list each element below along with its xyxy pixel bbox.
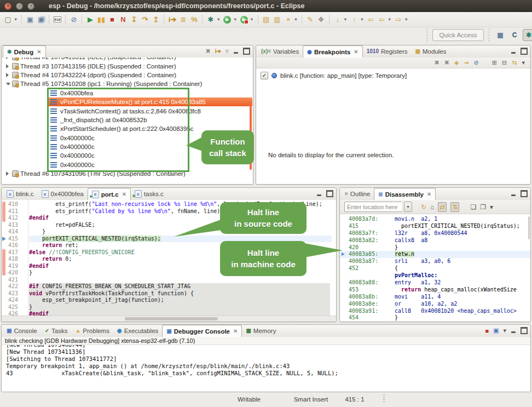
remove-all-terminated-icon[interactable]: ✖ — [205, 48, 210, 55]
debug-dropdown-icon[interactable]: ▼ — [216, 17, 220, 22]
maximize-icon[interactable] — [521, 48, 528, 55]
tab-tasks-c[interactable]: c▸tasks.c — [131, 188, 167, 200]
debug-perspective-button[interactable]: ✱ — [523, 29, 532, 41]
view-menu-icon[interactable]: ▽ — [225, 49, 229, 54]
open-element-button[interactable]: ▥ — [272, 14, 282, 25]
maximize-icon[interactable] — [243, 48, 250, 55]
twisty-icon[interactable] — [6, 64, 9, 68]
c-cpp-perspective-button[interactable]: C — [508, 29, 521, 41]
disasm-line[interactable]: 454} — [340, 314, 530, 322]
breakpoint-row[interactable]: ✓ blink.c [function: app_main] [type: Te… — [256, 68, 530, 79]
save-button[interactable]: ▣ — [25, 14, 35, 25]
tab-debug[interactable]: ✱Debug✕ — [3, 45, 46, 58]
tab-modules[interactable]: ▣Modules — [412, 45, 450, 58]
disassembly-listing[interactable]: 40083a7d:movi.n a2, 1415 portEXIT_CRITIC… — [340, 214, 530, 322]
expand-all-icon[interactable]: ⊞ — [492, 59, 497, 66]
disasm-line[interactable]: 453 return heap_caps_malloc(xWantedSize — [340, 286, 530, 294]
home-icon[interactable]: ⌂ — [430, 203, 434, 211]
back-to-button[interactable]: ⇦ — [366, 14, 376, 25]
run-dropdown-icon[interactable]: ▼ — [233, 17, 237, 22]
tab-variables[interactable]: (x)=Variables — [257, 45, 303, 58]
track-expression-icon[interactable]: ⇅ — [450, 202, 459, 212]
disasm-line[interactable]: 40083a82:callx8 a8 — [340, 237, 530, 244]
step-return-button[interactable]: ↥ — [151, 14, 161, 25]
skip-all-breakpoints-button[interactable]: ⊘ — [68, 14, 79, 25]
breakpoint-checkbox[interactable]: ✓ — [261, 72, 268, 79]
mark-occurrences-button[interactable]: ✎ — [305, 14, 315, 25]
disasm-line[interactable]: 40083a8e:or a10, a2, a2 — [340, 301, 530, 308]
maximize-icon[interactable] — [521, 327, 528, 334]
editor-code-line[interactable]: 421 — [2, 277, 336, 284]
show-supported-breakpoints-icon[interactable]: ◈ — [454, 59, 459, 66]
window-minimize-button[interactable]: − — [16, 3, 23, 10]
twisty-icon[interactable] — [6, 171, 9, 176]
close-icon[interactable]: ✕ — [37, 49, 41, 55]
editor-code-line[interactable]: 424 esp_set_breakpoint_if_jtag(function)… — [2, 297, 336, 304]
remove-all-breakpoints-icon[interactable]: ✖ — [444, 59, 449, 66]
skip-all-breakpoints-icon[interactable]: ⊘ — [474, 59, 479, 66]
location-input[interactable] — [344, 202, 402, 212]
open-perspective-button[interactable]: ▦ — [494, 29, 506, 41]
maximize-icon[interactable] — [326, 190, 333, 197]
tab-registers[interactable]: 1010Registers — [363, 45, 412, 58]
close-icon[interactable]: ✕ — [122, 191, 126, 197]
previous-edit-location-button[interactable]: ↑ — [349, 14, 360, 25]
disasm-line[interactable]: 420} — [340, 244, 530, 251]
tab-outline[interactable]: ≡Outline — [341, 188, 374, 200]
minimize-icon[interactable] — [233, 49, 239, 54]
annotation-properties-button[interactable]: ❖ — [316, 14, 326, 25]
view-menu-icon[interactable]: ▾ — [490, 203, 493, 211]
close-icon[interactable]: ✕ — [233, 328, 238, 334]
debug-thread-row[interactable]: Thread #3 1073413156 (IDLE) (Suspended :… — [2, 61, 253, 70]
disasm-line[interactable]: 40083a8b:movi a11, 4 — [340, 294, 530, 301]
tab-console[interactable]: ▣Console — [3, 325, 41, 337]
suspend-button[interactable]: ▮▮ — [96, 14, 106, 25]
external-tools-button[interactable]: ▶ — [239, 14, 249, 25]
tab-problems[interactable]: ▲Problems — [71, 325, 113, 337]
horizontal-scrollbar[interactable] — [2, 316, 336, 322]
refresh-icon[interactable]: ↻ — [421, 203, 426, 211]
disasm-line[interactable]: 452{ — [340, 265, 530, 272]
close-icon[interactable]: ✕ — [427, 191, 431, 197]
twisty-icon[interactable] — [6, 58, 9, 59]
previous-edit-location-dropdown-icon[interactable]: ▼ — [360, 17, 364, 22]
console-dropdown-icon[interactable]: ▾ — [503, 327, 506, 334]
disasm-line[interactable]: 40083a7f:l32r a8, 0x40080544 — [340, 230, 530, 237]
search-dropdown-icon[interactable]: ▼ — [294, 17, 298, 22]
sync-with-active-debug-context-icon[interactable]: ⇄ — [438, 202, 447, 212]
close-icon[interactable]: ✕ — [354, 49, 358, 55]
search-button[interactable]: ⌖ — [283, 14, 293, 25]
minimize-icon[interactable] — [511, 49, 516, 54]
tab-port-c[interactable]: c▸port.c✕ — [88, 188, 131, 200]
remove-breakpoint-icon[interactable]: ✖ — [434, 59, 439, 66]
disasm-line[interactable]: pvPortMalloc: — [340, 272, 530, 279]
editor-code-line[interactable]: 422#if CONFIG_FREERTOS_BREAK_ON_SCHEDULE… — [2, 283, 336, 290]
tab-0x4000bfea[interactable]: c0x4000bfea — [38, 188, 88, 200]
minimize-icon[interactable] — [511, 328, 516, 334]
terminate-icon[interactable]: ■ — [485, 328, 489, 334]
disconnect-button[interactable]: N — [118, 14, 128, 25]
instruction-stepping-icon[interactable]: i➔ — [215, 48, 221, 54]
disasm-line[interactable]: 40083a7d:movi.n a2, 1 — [340, 216, 530, 223]
external-tools-dropdown-icon[interactable]: ▼ — [250, 17, 253, 22]
back-dropdown-icon[interactable]: ▼ — [388, 17, 391, 22]
tab-memory[interactable]: ▦Memory — [242, 325, 280, 337]
disasm-line[interactable]: 40083a91:call8 0x40081b20 <heap_caps_mal… — [340, 308, 530, 315]
link-with-debug-view-icon[interactable]: ⇆ — [512, 59, 517, 66]
new-wizard-button[interactable]: ▢ — [3, 14, 13, 25]
window-maximize-button[interactable]: + — [27, 3, 34, 10]
window-close-button[interactable]: ✕ — [4, 3, 11, 10]
forward-button[interactable]: ⇨ — [394, 14, 404, 25]
forward-dropdown-icon[interactable]: ▼ — [404, 17, 408, 22]
open-new-view-icon[interactable]: ❏ — [470, 203, 476, 211]
disasm-line[interactable]: 40083a85:retw.n — [340, 251, 530, 258]
resume-button[interactable]: ▶ — [85, 14, 95, 25]
maximize-icon[interactable] — [521, 190, 528, 197]
last-edit-location-dropdown-icon[interactable]: ▼ — [343, 17, 347, 22]
quick-access-input[interactable]: Quick Access — [432, 29, 484, 41]
tab-tasks[interactable]: ✓Tasks — [41, 325, 72, 337]
binary-file-button[interactable]: 010 — [52, 14, 62, 25]
save-all-button[interactable]: ▣ — [36, 14, 46, 25]
terminate-button[interactable]: ■ — [107, 14, 117, 25]
location-dropdown-icon[interactable]: ▼ — [404, 202, 412, 212]
